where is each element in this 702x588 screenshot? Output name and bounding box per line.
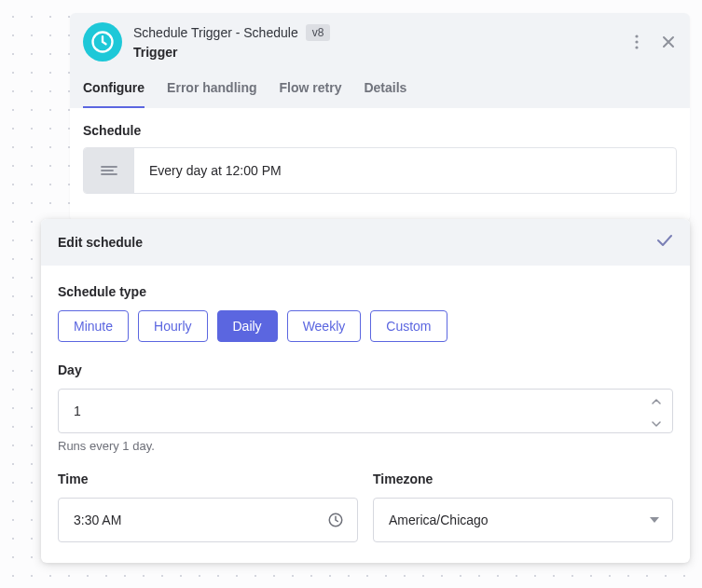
tabs-row: Configure Error handling Flow retry Deta… <box>70 67 690 108</box>
day-label: Day <box>58 362 673 377</box>
time-field[interactable] <box>58 498 358 542</box>
schedule-type-weekly[interactable]: Weekly <box>287 310 362 342</box>
trigger-config-panel: Schedule Trigger - Schedule v8 Trigger C… <box>70 13 690 222</box>
schedule-type-daily[interactable]: Daily <box>217 310 278 342</box>
schedule-value: Every day at 12:00 PM <box>134 148 676 193</box>
chevron-down-icon[interactable] <box>650 517 659 523</box>
timezone-value[interactable] <box>389 513 657 527</box>
day-input-wrapper <box>58 389 673 433</box>
time-input[interactable] <box>74 513 342 527</box>
panel-header: Schedule Trigger - Schedule v8 Trigger <box>70 13 690 67</box>
version-badge: v8 <box>306 24 331 41</box>
svg-point-3 <box>635 46 638 48</box>
time-label: Time <box>58 472 358 486</box>
trigger-title: Schedule Trigger - Schedule <box>133 25 298 40</box>
schedule-label: Schedule <box>83 123 677 138</box>
schedule-type-custom[interactable]: Custom <box>370 310 447 342</box>
timezone-select[interactable] <box>373 498 673 542</box>
schedule-field[interactable]: Every day at 12:00 PM <box>83 147 677 194</box>
confirm-check-icon[interactable] <box>656 234 673 251</box>
edit-schedule-title: Edit schedule <box>58 235 143 250</box>
tab-details[interactable]: Details <box>364 80 406 108</box>
day-decrement-icon[interactable] <box>652 414 661 431</box>
tab-error-handling[interactable]: Error handling <box>167 80 256 108</box>
svg-point-1 <box>635 34 638 37</box>
edit-schedule-panel: Edit schedule Schedule type Minute Hourl… <box>41 219 690 563</box>
drag-handle-icon[interactable] <box>84 148 134 193</box>
timezone-label: Timezone <box>373 472 673 486</box>
tab-configure[interactable]: Configure <box>83 80 145 108</box>
schedule-type-hourly[interactable]: Hourly <box>138 310 207 342</box>
schedule-type-label: Schedule type <box>58 284 673 299</box>
clock-icon <box>83 22 122 62</box>
trigger-subtitle: Trigger <box>133 45 617 60</box>
schedule-type-minute[interactable]: Minute <box>58 310 129 342</box>
day-hint: Runs every 1 day. <box>58 439 673 453</box>
time-clock-icon[interactable] <box>327 512 344 528</box>
tab-flow-retry[interactable]: Flow retry <box>280 80 342 108</box>
kebab-menu-icon[interactable] <box>628 34 645 50</box>
day-increment-icon[interactable] <box>652 391 661 408</box>
schedule-type-options: Minute Hourly Daily Weekly Custom <box>58 310 673 342</box>
svg-point-2 <box>635 40 638 43</box>
day-input[interactable] <box>74 403 657 418</box>
close-icon[interactable] <box>660 34 677 50</box>
